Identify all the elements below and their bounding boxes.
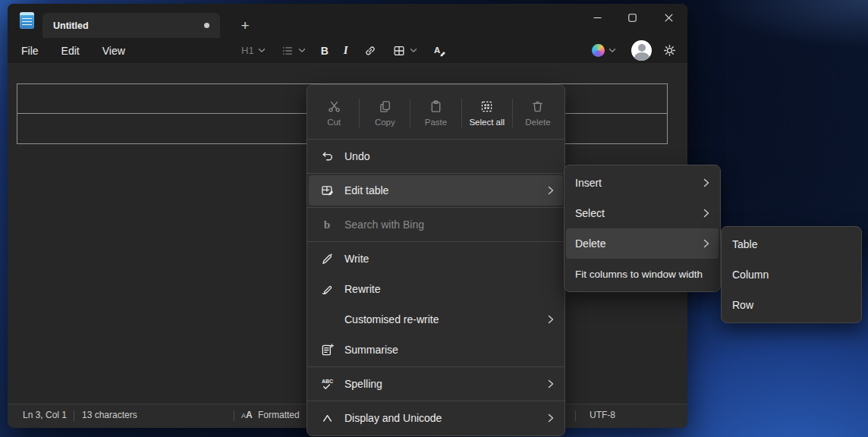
chevron-right-icon [703, 239, 709, 248]
undo-icon [319, 149, 335, 164]
submenu-item-table[interactable]: Table [722, 229, 861, 259]
edit-table-icon [319, 183, 335, 198]
menu-edit[interactable]: Edit [61, 45, 80, 57]
chevron-right-icon [548, 379, 554, 388]
chevron-right-icon [548, 413, 554, 423]
gear-icon [662, 43, 677, 58]
table-icon [392, 44, 406, 58]
menu-item-write[interactable]: Write [307, 244, 565, 274]
insert-table-dropdown[interactable] [388, 41, 422, 61]
divider [307, 207, 565, 208]
divider [575, 410, 576, 421]
summarise-icon [319, 342, 335, 357]
cursor-position: Ln 3, Col 1 [23, 404, 67, 426]
heading-style-dropdown[interactable]: H1 [237, 41, 270, 61]
tab-title: Untitled [53, 20, 89, 31]
caret-icon [319, 410, 335, 426]
cut-button[interactable]: Cut [309, 89, 359, 137]
bing-icon: b [319, 217, 335, 232]
submenu-item-column[interactable]: Column [722, 259, 861, 290]
delete-button[interactable]: Delete [513, 89, 563, 137]
settings-button[interactable] [662, 43, 677, 58]
new-tab-button[interactable]: + [235, 16, 255, 36]
minimize-button[interactable] [580, 5, 615, 30]
menu-item-search-with-bing[interactable]: b Search with Bing [307, 209, 565, 240]
chevron-right-icon [703, 209, 709, 218]
list-dropdown[interactable] [276, 41, 310, 61]
trash-icon [530, 99, 545, 114]
menu-item-summarise[interactable]: Summarise [307, 335, 565, 365]
chevron-right-icon [548, 186, 554, 195]
chevron-right-icon [703, 178, 709, 187]
clear-formatting-icon: A [432, 43, 447, 58]
divider [307, 366, 565, 367]
divider [307, 139, 565, 140]
menu-item-rewrite[interactable]: Rewrite [307, 274, 565, 304]
divider [307, 241, 565, 242]
select-all-icon [480, 99, 494, 114]
maximize-button[interactable] [615, 5, 649, 30]
submenu-item-row[interactable]: Row [722, 290, 861, 320]
maximize-icon [628, 14, 637, 22]
account-button[interactable] [631, 40, 652, 61]
context-menu: Cut Copy Paste Select all [307, 84, 565, 436]
write-pen-icon [319, 251, 335, 266]
divider [307, 401, 565, 401]
chevron-down-icon [298, 48, 306, 53]
copilot-icon [592, 44, 605, 57]
insert-link-button[interactable] [359, 41, 382, 61]
menu-item-customised-rewrite[interactable]: Customised re-write [307, 304, 565, 335]
copy-icon [378, 99, 392, 114]
unsaved-dot-icon [204, 23, 209, 28]
svg-text:A: A [433, 46, 439, 55]
bold-button[interactable]: B [316, 41, 333, 61]
link-icon [363, 44, 377, 58]
divider [307, 173, 565, 174]
scissors-icon [327, 99, 341, 114]
menu-item-edit-table[interactable]: Edit table [309, 175, 563, 206]
menu-item-undo[interactable]: Undo [307, 141, 565, 171]
encoding: UTF-8 [590, 404, 615, 426]
divider [234, 410, 234, 421]
paste-button[interactable]: Paste [410, 89, 461, 137]
menu-view[interactable]: View [102, 45, 125, 57]
chevron-down-icon [258, 48, 266, 53]
formatted-indicator: Formatted [258, 404, 300, 426]
copy-button[interactable]: Copy [360, 89, 410, 137]
chevron-down-icon [609, 48, 616, 53]
paste-icon [429, 99, 443, 114]
text-size-icon: AA [241, 404, 253, 427]
titlebar: Untitled + [8, 4, 687, 38]
spellcheck-icon: ABC [319, 376, 335, 391]
menu-file[interactable]: File [21, 45, 39, 57]
menubar: File Edit View H1 [8, 38, 687, 63]
clear-formatting-button[interactable]: A [428, 41, 451, 61]
character-count: 13 characters [82, 404, 137, 426]
select-all-button[interactable]: Select all [462, 89, 512, 137]
minimize-icon [593, 14, 602, 22]
submenu-item-fit-columns[interactable]: Fit columns to window width [565, 259, 720, 289]
list-icon [281, 44, 294, 58]
edit-table-submenu: Insert Select Delete Fit columns to wind… [564, 165, 721, 292]
delete-submenu: Table Column Row [721, 226, 862, 323]
close-icon [665, 14, 673, 22]
rewrite-pen-icon [319, 281, 335, 297]
divider [74, 410, 74, 421]
menu-item-spelling[interactable]: ABC Spelling [307, 369, 565, 399]
copilot-dropdown[interactable] [587, 41, 621, 61]
desktop: Untitled + File [0, 0, 868, 437]
chevron-right-icon [548, 315, 554, 324]
italic-button[interactable]: I [339, 41, 353, 61]
notepad-app-icon [20, 12, 34, 29]
svg-text:ABC: ABC [322, 379, 333, 384]
tab-untitled[interactable]: Untitled [42, 13, 220, 38]
submenu-item-delete[interactable]: Delete [566, 228, 719, 259]
submenu-item-select[interactable]: Select [565, 198, 720, 228]
menu-item-display-and-unicode[interactable]: Display and Unicode [307, 403, 565, 433]
chevron-down-icon [410, 48, 417, 53]
context-menu-actions-row: Cut Copy Paste Select all [307, 87, 565, 137]
close-button[interactable] [649, 5, 687, 30]
submenu-item-insert[interactable]: Insert [565, 168, 720, 198]
